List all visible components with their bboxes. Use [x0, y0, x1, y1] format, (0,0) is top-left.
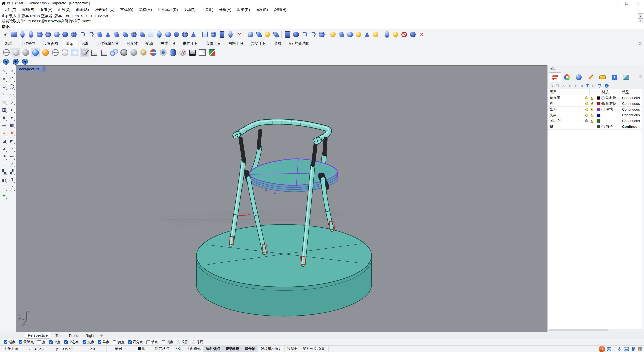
layer-linetype[interactable]: Continuous: [622, 119, 642, 123]
restore-button[interactable]: ❐: [621, 0, 632, 7]
colors-panel-tab[interactable]: [561, 72, 573, 82]
toolbar-tab[interactable]: V7 的新功能: [285, 40, 313, 47]
subd-list-icon[interactable]: [372, 30, 380, 39]
osnap-item[interactable]: 点: [37, 340, 46, 344]
subd-patch1-icon[interactable]: [112, 30, 120, 39]
curve-tool[interactable]: ◠: [8, 75, 16, 82]
check-tool[interactable]: ✓: [8, 184, 16, 192]
flat-shade-icon[interactable]: [129, 48, 138, 57]
help-panel-tab[interactable]: [608, 72, 620, 82]
subd-arc2-icon[interactable]: [87, 30, 95, 39]
ime-language-toggle[interactable]: 英: [607, 346, 611, 352]
ghosted-mode-icon[interactable]: [60, 48, 69, 57]
osnap-item[interactable]: 投影: [177, 340, 188, 344]
subd-ellipsoid-icon[interactable]: [44, 30, 52, 39]
filter-button[interactable]: [586, 84, 589, 87]
toolbar-tab[interactable]: 可见性: [123, 40, 142, 47]
extrude-tool[interactable]: ⇈: [8, 176, 16, 184]
close-button[interactable]: ✕: [632, 0, 644, 7]
toolbar-tab[interactable]: 渲染工具: [247, 40, 270, 47]
toolbar-tab[interactable]: 网格工具: [225, 40, 247, 47]
toolbar-tab[interactable]: 工作平面: [17, 40, 39, 47]
split-tool[interactable]: ◤: [8, 137, 16, 145]
torus-tool[interactable]: ◎: [0, 121, 8, 129]
pair-display-icon[interactable]: [109, 48, 118, 57]
ime-microphone-icon[interactable]: [618, 347, 622, 351]
subd-filter-off-icon[interactable]: [400, 30, 408, 39]
smash-tool[interactable]: ✸: [8, 129, 16, 137]
sun-mode-icon[interactable]: [41, 48, 50, 57]
osnap-checkbox[interactable]: [49, 340, 53, 344]
subd-pointer-icon[interactable]: [1, 30, 9, 39]
box-tool[interactable]: ■: [0, 114, 8, 121]
osnap-item[interactable]: 中点: [49, 340, 61, 344]
layer-lock-icon[interactable]: [591, 109, 593, 111]
ime-logo-icon[interactable]: S: [599, 346, 605, 352]
cylinder-sel-icon[interactable]: [168, 48, 177, 57]
rendered-mode-icon[interactable]: [31, 48, 40, 57]
boolean-union-tool[interactable]: ◕: [0, 145, 8, 153]
menu-item[interactable]: 曲面(S): [73, 7, 92, 13]
solid-union-tool[interactable]: ◧: [0, 176, 8, 184]
command-scroll-up-button[interactable]: ▲: [638, 13, 643, 18]
osnap-item[interactable]: 中心点: [64, 340, 79, 344]
layer-visibility-bulb-icon[interactable]: [585, 102, 588, 105]
layer-color-swatch[interactable]: [597, 108, 600, 111]
menu-item[interactable]: 分析(A): [216, 7, 234, 13]
subd-panel-icon[interactable]: [218, 30, 226, 39]
layer-visibility-bulb-icon[interactable]: [585, 108, 588, 111]
boolean-difference-tool[interactable]: ◔: [8, 145, 16, 153]
layer-linetype[interactable]: Continuous: [622, 102, 642, 106]
minimize-button[interactable]: —: [609, 0, 621, 7]
layer-color-swatch[interactable]: [597, 119, 600, 123]
osnap-checkbox[interactable]: [177, 340, 180, 344]
subd-arc1-icon[interactable]: [78, 30, 86, 39]
subd-gridball-icon[interactable]: [209, 30, 217, 39]
subd-capsule-icon[interactable]: [155, 30, 163, 39]
duplicate-layer-button[interactable]: ❏: [556, 84, 559, 88]
toolbar-tab[interactable]: 工作视窗配置: [93, 40, 123, 47]
move-left-button[interactable]: ◀: [580, 84, 583, 88]
status-toggle[interactable]: 物件锁点: [204, 346, 223, 352]
ime-punctuation-toggle[interactable]: ·,: [613, 347, 615, 351]
layer-name[interactable]: 脚: [548, 101, 579, 106]
blend-curve-tool[interactable]: ↝: [8, 153, 16, 160]
ime-menu-grid-icon[interactable]: [638, 347, 642, 351]
subd-shell-icon[interactable]: [272, 30, 280, 39]
subd-goldball-icon[interactable]: [346, 30, 354, 39]
subd-goldleaf-icon[interactable]: [329, 30, 337, 39]
select-tool[interactable]: ↖: [0, 67, 8, 75]
viewport-tab[interactable]: Right: [82, 332, 98, 339]
ime-keyboard-icon[interactable]: [624, 347, 629, 351]
viewport-tab[interactable]: Top: [52, 332, 65, 339]
status-toggle[interactable]: 正交: [172, 346, 184, 352]
subd-delete-icon[interactable]: [235, 30, 243, 39]
layer-color-swatch[interactable]: [597, 114, 600, 117]
osnap-checkbox[interactable]: [128, 340, 132, 344]
layer-list-button[interactable]: ▤: [592, 84, 595, 88]
arc-tool[interactable]: ◜: [0, 90, 8, 98]
panel-horizontal-scrollbar[interactable]: [548, 329, 644, 332]
adjust-curve-tool[interactable]: ↷: [0, 153, 8, 160]
osnap-item[interactable]: 垂点: [98, 340, 109, 344]
status-toggle[interactable]: 过滤器: [285, 346, 300, 352]
layer-material-icon[interactable]: [601, 96, 605, 100]
osnap-checkbox[interactable]: [146, 340, 150, 344]
subd-mesh-icon[interactable]: [181, 30, 189, 39]
render-region-icon[interactable]: [21, 57, 29, 66]
layer-linetype[interactable]: Continuous: [622, 107, 642, 111]
gray-mode-icon[interactable]: [21, 48, 30, 57]
subd-sel-ball-icon[interactable]: [383, 30, 391, 39]
subd-box-icon[interactable]: [10, 30, 18, 39]
command-history[interactable]: 正在载入 旧版本 Rhino 渲染器, 版本 1.50, Feb 9 2021,…: [0, 13, 644, 24]
layer-color-swatch[interactable]: [597, 125, 600, 128]
layer-name[interactable]: 支架: [548, 113, 579, 117]
menu-item[interactable]: 渲染(R): [234, 7, 253, 13]
osnap-checkbox[interactable]: [98, 340, 101, 344]
sphere-tool[interactable]: ●: [8, 114, 16, 121]
current-layer-chip[interactable]: 腿: [131, 346, 152, 352]
status-toggle[interactable]: 平面模式: [184, 346, 204, 352]
toolbar-tab[interactable]: 曲面工具: [179, 40, 202, 47]
subd-barrel-icon[interactable]: [35, 30, 44, 39]
render-settings-icon[interactable]: [12, 57, 20, 66]
